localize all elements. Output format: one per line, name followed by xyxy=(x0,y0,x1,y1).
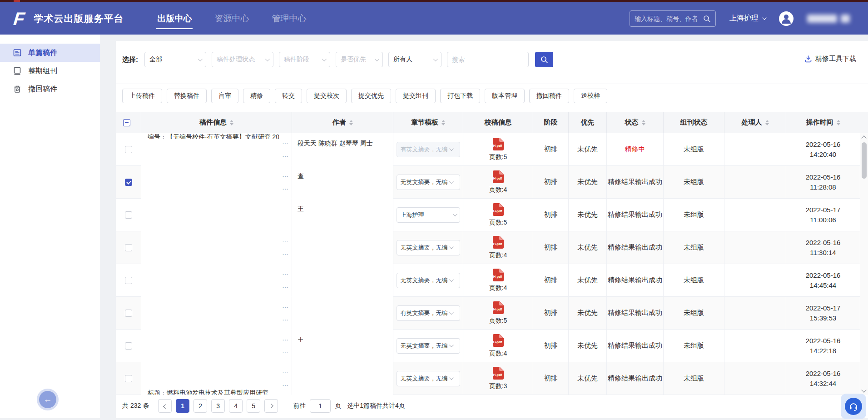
navbar-search-input[interactable] xyxy=(635,15,700,22)
sidebar-item-journal-issue[interactable]: 整期组刊 xyxy=(0,62,100,80)
sidebar-item-withdrawn-manuscript[interactable]: 撤回稿件 xyxy=(0,80,100,98)
filter-select-process-status[interactable]: 稿件处理状态 xyxy=(212,52,273,67)
proof-pdf[interactable]: H-pdf 页数:5 xyxy=(489,138,507,161)
row-checkbox[interactable] xyxy=(125,342,132,350)
toolbar-button[interactable]: 替换稿件 xyxy=(167,89,207,103)
manuscript-info-cell[interactable]: 标题：燃料电池发电技术及其典型应用研究 … … xyxy=(141,362,292,395)
proof-pdf[interactable]: H-pdf 页数:5 xyxy=(489,301,507,325)
pdf-icon[interactable]: H-pdf xyxy=(492,203,504,217)
chapter-template-select[interactable]: 上海护理 xyxy=(397,207,460,223)
sort-icon[interactable] xyxy=(642,120,645,125)
chapter-template-select[interactable]: 无英文摘要，无编 xyxy=(397,338,460,354)
chapter-template-select[interactable]: 有英文摘要，无编 xyxy=(397,142,460,157)
sort-icon[interactable] xyxy=(441,120,445,125)
search-button[interactable] xyxy=(535,52,553,67)
select-all-checkbox[interactable] xyxy=(123,119,130,126)
pdf-icon[interactable]: H-pdf xyxy=(492,236,504,250)
filter-select-owner[interactable]: 所有人 xyxy=(388,52,441,67)
chat-float-button[interactable] xyxy=(841,394,866,419)
page-number-button[interactable]: 5 xyxy=(247,399,260,413)
sort-icon[interactable] xyxy=(837,120,840,125)
toolbar-button[interactable]: 提交组刊 xyxy=(396,89,436,103)
toolbar-button[interactable]: 版本管理 xyxy=(485,89,525,103)
manuscript-info-cell[interactable]: … … xyxy=(141,330,292,362)
refine-tool-download-link[interactable]: 精修工具下载 xyxy=(804,55,856,63)
row-checkbox[interactable] xyxy=(125,211,132,219)
proof-pdf[interactable]: H-pdf 页数:4 xyxy=(489,269,507,292)
chapter-template-select[interactable]: 无英文摘要，无编 xyxy=(397,240,460,255)
row-checkbox[interactable] xyxy=(125,375,132,382)
table-header-cell[interactable]: 组刊状态 xyxy=(664,112,724,133)
manuscript-info-cell[interactable]: … … xyxy=(141,199,292,231)
scroll-down-arrow-icon[interactable] xyxy=(861,387,866,392)
proof-pdf[interactable]: H-pdf 页数:4 xyxy=(489,334,507,358)
chapter-template-select[interactable]: 无英文摘要，无编 xyxy=(397,273,460,288)
toolbar-button[interactable]: 撤回稿件 xyxy=(529,89,569,103)
page-number-button[interactable]: 4 xyxy=(229,399,243,413)
sort-icon[interactable] xyxy=(349,120,353,125)
table-header-cell[interactable]: 章节模板 xyxy=(393,112,463,133)
page-number-button[interactable]: 1 xyxy=(176,399,189,413)
row-checkbox[interactable] xyxy=(125,179,132,186)
proof-pdf[interactable]: H-pdf 页数:4 xyxy=(489,170,507,194)
sidebar-item-single-manuscript[interactable]: 单篇稿件 xyxy=(0,44,100,62)
scroll-up-arrow-icon[interactable] xyxy=(861,135,866,140)
table-header-cell[interactable]: 处理人 xyxy=(724,112,786,133)
filter-select-scope[interactable]: 全部 xyxy=(144,52,206,67)
pdf-icon[interactable]: H-pdf xyxy=(492,301,504,315)
scrollbar-thumb[interactable] xyxy=(862,142,867,179)
nav-item-resource-center[interactable]: 资源中心 xyxy=(213,9,250,28)
pdf-icon[interactable]: H-pdf xyxy=(492,367,504,381)
row-checkbox[interactable] xyxy=(125,146,132,153)
table-header-cell[interactable]: 操作时间 xyxy=(786,112,860,133)
table-header-cell[interactable]: 状态 xyxy=(607,112,664,133)
filter-select-priority[interactable]: 是否优先 xyxy=(336,52,383,67)
table-header-cell[interactable]: 优先 xyxy=(569,112,607,133)
avatar[interactable] xyxy=(779,11,794,26)
prev-page-button[interactable] xyxy=(158,399,172,413)
proof-pdf[interactable]: H-pdf 页数:5 xyxy=(489,203,507,227)
toolbar-button[interactable]: 提交优先 xyxy=(351,89,391,103)
filter-search-input[interactable] xyxy=(447,52,529,67)
table-scrollbar[interactable] xyxy=(860,133,868,395)
toolbar-button[interactable]: 送校样 xyxy=(574,89,607,103)
pdf-icon[interactable]: H-pdf xyxy=(492,269,504,283)
pdf-icon[interactable]: H-pdf xyxy=(492,138,504,152)
table-header-cell[interactable]: 校稿信息 xyxy=(463,112,533,133)
table-header-cell[interactable]: 作者 xyxy=(292,112,393,133)
next-page-button[interactable] xyxy=(264,399,278,413)
page-number-button[interactable]: 2 xyxy=(193,399,207,413)
pdf-icon[interactable]: H-pdf xyxy=(492,170,504,185)
org-switcher[interactable]: 上海护理 xyxy=(729,14,765,23)
page-number-button[interactable]: 3 xyxy=(211,399,225,413)
search-icon[interactable] xyxy=(703,15,711,23)
toolbar-button[interactable]: 精修 xyxy=(243,89,270,103)
manuscript-info-cell[interactable]: … … xyxy=(141,297,292,330)
nav-item-manage-center[interactable]: 管理中心 xyxy=(271,9,307,28)
back-float-button[interactable]: ← xyxy=(39,391,56,408)
manuscript-info-cell[interactable]: … … xyxy=(141,231,292,264)
filter-select-stage[interactable]: 稿件阶段 xyxy=(279,52,330,67)
proof-pdf[interactable]: H-pdf 页数:4 xyxy=(489,236,507,260)
chapter-template-select[interactable]: 无英文摘要，无编 xyxy=(397,371,460,386)
pdf-icon[interactable]: H-pdf xyxy=(492,334,504,348)
row-checkbox[interactable] xyxy=(125,310,132,317)
sort-icon[interactable] xyxy=(765,120,769,125)
manuscript-info-cell[interactable]: … … xyxy=(141,264,292,297)
table-header-cell[interactable]: 阶段 xyxy=(533,112,569,133)
table-header-cell[interactable]: 稿件信息 xyxy=(141,112,292,133)
toolbar-button[interactable]: 上传稿件 xyxy=(122,89,162,103)
manuscript-info-cell[interactable]: … … xyxy=(141,166,292,199)
navbar-search-box[interactable] xyxy=(630,10,716,27)
nav-item-publish-center[interactable]: 出版中心 xyxy=(156,9,193,28)
toolbar-button[interactable]: 盲审 xyxy=(211,89,238,103)
chapter-template-select[interactable]: 无英文摘要，无编 xyxy=(397,175,460,190)
sort-icon[interactable] xyxy=(230,120,233,125)
row-checkbox[interactable] xyxy=(125,277,132,284)
goto-page-input[interactable] xyxy=(310,399,331,413)
manuscript-info-cell[interactable]: 编号：【无编号校件·有英文摘要】文献研究 2021 … … xyxy=(141,133,292,166)
toolbar-button[interactable]: 转交 xyxy=(275,89,302,103)
chapter-template-select[interactable]: 有英文摘要，无编 xyxy=(397,305,460,321)
toolbar-button[interactable]: 提交校次 xyxy=(307,89,347,103)
table-header-cell[interactable] xyxy=(116,112,141,133)
